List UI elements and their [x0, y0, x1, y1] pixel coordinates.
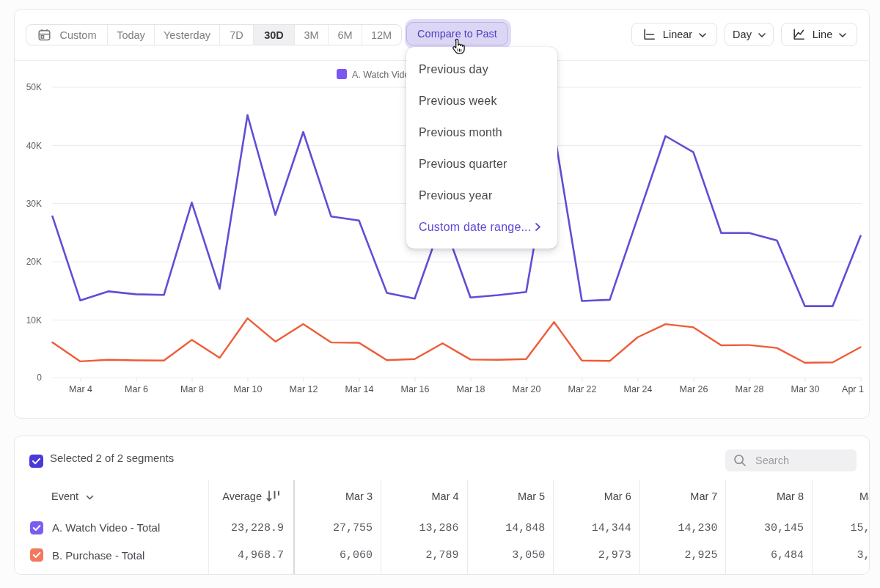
svg-text:Mar 18: Mar 18 — [457, 384, 485, 394]
svg-text:Mar 24: Mar 24 — [624, 384, 653, 394]
svg-text:Mar 12: Mar 12 — [290, 384, 318, 394]
svg-text:Mar 16: Mar 16 — [401, 384, 430, 394]
svg-text:10K: 10K — [26, 315, 42, 326]
svg-text:Mar 8: Mar 8 — [180, 384, 204, 394]
svg-text:40K: 40K — [26, 141, 42, 151]
svg-text:Mar 6: Mar 6 — [125, 384, 148, 394]
svg-text:Mar 10: Mar 10 — [234, 384, 263, 394]
svg-text:Mar 26: Mar 26 — [680, 384, 708, 394]
svg-text:Mar 20: Mar 20 — [513, 384, 541, 394]
svg-text:Mar 4: Mar 4 — [69, 384, 92, 394]
svg-text:50K: 50K — [26, 82, 42, 92]
svg-text:0: 0 — [37, 372, 42, 383]
svg-text:30K: 30K — [26, 199, 42, 209]
svg-text:Mar 14: Mar 14 — [345, 384, 374, 394]
svg-text:Mar 30: Mar 30 — [791, 384, 820, 394]
svg-text:Mar 22: Mar 22 — [568, 384, 597, 394]
svg-text:20K: 20K — [26, 257, 42, 267]
svg-text:Apr 1: Apr 1 — [842, 384, 864, 394]
svg-text:Mar 28: Mar 28 — [736, 384, 764, 394]
